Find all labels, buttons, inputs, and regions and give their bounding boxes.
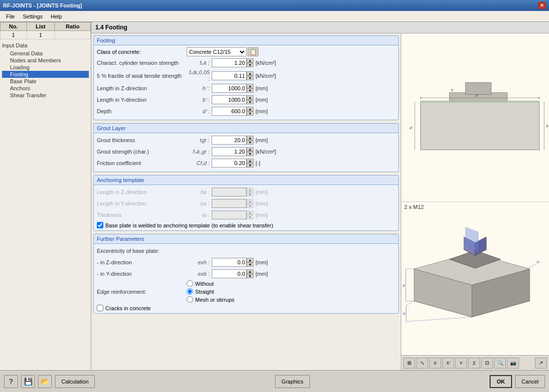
fck-spinner[interactable]: ▲▼ xyxy=(247,58,254,67)
cell-list: 1 xyxy=(26,31,54,39)
anchoring-checkbox-label: Base plate is welded to anchoring templa… xyxy=(105,222,273,228)
sidebar-item-nodes-members[interactable]: Nodes and Members xyxy=(2,57,89,64)
menu-help[interactable]: Help xyxy=(46,12,66,20)
open-button[interactable]: 📂 xyxy=(38,375,52,388)
tgr-label: Grout thickness xyxy=(97,137,187,143)
tool-y[interactable]: Y xyxy=(455,358,467,369)
section-title: 1.4 Footing xyxy=(91,22,549,33)
view-area: hⁱ bⁱ dⁱ bⁱ xyxy=(401,33,549,370)
tool-fit[interactable]: ⤡ xyxy=(416,358,428,369)
fgr-input[interactable] xyxy=(212,147,247,156)
cell-no: 1 xyxy=(0,31,27,39)
sidebar-item-base-plate[interactable]: Base Plate xyxy=(2,78,89,85)
exh-input[interactable] xyxy=(212,258,247,267)
tool-isometric[interactable]: ⊡ xyxy=(481,358,493,369)
view-3d: 2 x M12 xyxy=(401,202,549,370)
fctk-input[interactable] xyxy=(212,71,247,80)
ta-label: Thickness xyxy=(97,212,187,218)
sidebar-item-general-data[interactable]: General Data xyxy=(2,50,89,57)
title-bar-buttons: ✕ xyxy=(538,2,546,9)
concrete-select[interactable]: Concrete C12/15 xyxy=(187,47,247,56)
cancel-button[interactable]: Cancel xyxy=(515,375,545,388)
sidebar-item-anchors[interactable]: Anchors xyxy=(2,85,89,92)
graphics-button[interactable]: Graphics xyxy=(275,375,310,388)
cfd-input[interactable] xyxy=(212,159,247,168)
concrete-row: Class of concrete: Concrete C12/15 📋 xyxy=(97,47,395,56)
exb-unit: [mm] xyxy=(254,271,286,277)
ba-sublabel: ba : xyxy=(187,200,212,206)
exh-label: - in Z-direction xyxy=(97,259,187,265)
tool-xprime[interactable]: X' xyxy=(442,358,454,369)
ha-row: Length in Z-direction ha : ▲▼ [mm] xyxy=(97,187,395,197)
footing-group-title: Footing xyxy=(94,36,398,45)
ha-label: Length in Z-direction xyxy=(97,189,187,195)
input-data-title: Input Data xyxy=(2,42,89,48)
crack-row: Cracks in concrete xyxy=(97,305,395,311)
col-ratio: Ratio xyxy=(55,22,91,31)
bf-spinner[interactable]: ▲▼ xyxy=(247,95,254,104)
anchoring-group-title: Anchoring template xyxy=(94,176,398,185)
fck-input[interactable] xyxy=(212,58,247,67)
bf-label: Length in Y-direction xyxy=(97,97,187,103)
tool-grid[interactable]: ⊞ xyxy=(403,358,415,369)
df-input[interactable] xyxy=(212,107,247,116)
fctk-sublabel: fₒtk,0.05 : xyxy=(187,69,212,82)
ba-label: Length in Y-direction xyxy=(97,200,187,206)
further-group: Further Parameters Excentricity of base … xyxy=(93,234,399,314)
hf-spinner[interactable]: ▲▼ xyxy=(247,84,254,93)
crack-checkbox[interactable] xyxy=(97,305,103,311)
menu-file[interactable]: File xyxy=(2,12,19,20)
radio-mesh[interactable]: Mesh or stirrups xyxy=(187,296,235,303)
tgr-input[interactable] xyxy=(212,136,247,145)
edge-row: Edge reinforcement: Without Straight Mes… xyxy=(97,280,395,303)
anchoring-checkbox[interactable] xyxy=(97,222,103,228)
save-button[interactable]: 💾 xyxy=(21,375,35,388)
exh-spinner[interactable]: ▲▼ xyxy=(247,258,254,267)
ba-spinner: ▲▼ xyxy=(247,199,254,208)
cfd-row: Friction coefficient Cf,d : ▲▼ [-] xyxy=(97,158,395,168)
ta-input xyxy=(212,210,247,219)
df-spinner[interactable]: ▲▼ xyxy=(247,107,254,116)
bf-input[interactable] xyxy=(212,95,247,104)
footing-group: Footing Class of concrete: Concrete C12/… xyxy=(93,35,399,120)
sidebar-item-shear-transfer[interactable]: Shear Transfer xyxy=(2,92,89,99)
close-button[interactable]: ✕ xyxy=(538,2,546,9)
col-no: No. xyxy=(0,22,27,31)
exb-sublabel: exb : xyxy=(187,271,212,277)
sidebar-item-loading[interactable]: Loading xyxy=(2,64,89,71)
ok-button[interactable]: OK xyxy=(490,375,512,388)
table-row[interactable]: 1 1 xyxy=(0,31,91,39)
radio-straight[interactable]: Straight xyxy=(187,288,235,295)
bf-sublabel: bⁱ : xyxy=(187,97,212,103)
exb-row: - in Y-direction exb : ▲▼ [mm] xyxy=(97,269,395,279)
anchoring-group-content: Length in Z-direction ha : ▲▼ [mm] Lengt… xyxy=(94,185,398,230)
tool-zoom[interactable]: 🔍 xyxy=(494,358,506,369)
fck-row: Charact. cylinder tension strength fₒk :… xyxy=(97,58,395,68)
tool-z[interactable]: Z xyxy=(468,358,480,369)
cfd-spinner[interactable]: ▲▼ xyxy=(247,159,254,168)
hf-label: Length in Z-direction xyxy=(97,85,187,91)
menu-settings[interactable]: Settings xyxy=(19,12,47,20)
fck-unit: [kN/cm²] xyxy=(254,60,286,66)
help-button[interactable]: ? xyxy=(4,375,18,388)
hf-input[interactable] xyxy=(212,84,247,93)
sidebar-item-footing[interactable]: Footing xyxy=(2,71,89,78)
concrete-info-button[interactable]: 📋 xyxy=(248,47,259,56)
view-3d-toolbar: ⊞ ⤡ X X' Y Z ⊡ 🔍 📷 ↗ xyxy=(401,355,549,370)
radio-without[interactable]: Without xyxy=(187,280,235,287)
fgr-spinner[interactable]: ▲▼ xyxy=(247,147,254,156)
form-area: Footing Class of concrete: Concrete C12/… xyxy=(91,33,401,370)
fctk-spinner[interactable]: ▲▼ xyxy=(247,71,254,80)
calculation-button[interactable]: Calculation xyxy=(55,375,95,388)
tgr-spinner[interactable]: ▲▼ xyxy=(247,136,254,145)
drawing-2d-svg: hⁱ bⁱ dⁱ bⁱ xyxy=(401,48,549,188)
exb-spinner[interactable]: ▲▼ xyxy=(247,269,254,278)
exh-unit: [mm] xyxy=(254,259,286,265)
tool-export[interactable]: ↗ xyxy=(535,358,547,369)
col-list: List xyxy=(26,22,54,31)
cfd-sublabel: Cf,d : xyxy=(187,160,212,166)
exb-input[interactable] xyxy=(212,269,247,278)
radio-straight-label: Straight xyxy=(195,289,214,295)
tool-photo[interactable]: 📷 xyxy=(507,358,519,369)
tool-x[interactable]: X xyxy=(429,358,441,369)
